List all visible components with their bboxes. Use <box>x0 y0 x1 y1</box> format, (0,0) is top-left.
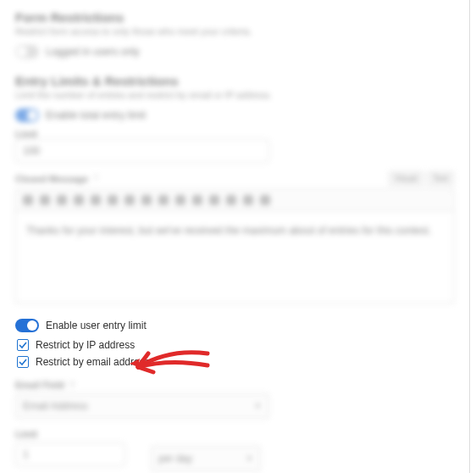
align-center-icon[interactable] <box>158 195 169 205</box>
italic-icon[interactable] <box>40 195 50 205</box>
list-ol-icon[interactable] <box>125 195 135 205</box>
bold-icon[interactable] <box>23 195 33 205</box>
total-limit-input[interactable] <box>15 139 269 163</box>
underline-icon[interactable] <box>57 195 67 205</box>
user-limit-rule-select[interactable]: per day ▼ <box>151 446 261 471</box>
more-icon[interactable] <box>260 195 270 205</box>
enable-total-toggle-label: Enable total entry limit <box>46 109 146 121</box>
quote-icon[interactable] <box>91 195 101 205</box>
user-limit-number-input[interactable] <box>15 442 125 466</box>
enable-user-entry-label: Enable user entry limit <box>46 320 147 331</box>
form-restrictions-desc: Restrict form access to only those who m… <box>15 26 454 36</box>
tab-visual[interactable]: Visual <box>389 171 423 186</box>
toggle-on-icon <box>15 109 39 122</box>
enable-user-entry-toggle-row[interactable]: Enable user entry limit <box>15 319 454 332</box>
entry-limits-desc: Limit the number of entries and restrict… <box>15 90 454 100</box>
closed-msg-label: Closed Message <box>15 174 88 184</box>
chevron-down-icon: ▼ <box>246 454 253 463</box>
toggle-off-icon <box>15 45 39 58</box>
help-icon[interactable]: ? <box>93 174 98 183</box>
checkbox-checked-icon <box>17 356 29 368</box>
email-field-select[interactable]: Email Address ▼ <box>15 393 269 419</box>
limit-label: Limit <box>15 129 454 139</box>
closed-message-editor[interactable]: Thanks for your interest, but we've rece… <box>15 210 454 303</box>
list-ul-icon[interactable] <box>108 195 118 205</box>
restrict-email-label: Restrict by email address <box>36 356 150 368</box>
checkbox-checked-icon <box>17 339 29 351</box>
strike-icon[interactable] <box>74 195 84 205</box>
entry-limits-title: Entry Limits & Restrictions <box>15 74 454 88</box>
indent-icon[interactable] <box>192 195 202 205</box>
tab-text[interactable]: Text <box>427 171 454 186</box>
enable-total-toggle-row[interactable]: Enable total entry limit <box>15 109 454 122</box>
link-icon[interactable] <box>226 195 236 205</box>
help-icon[interactable]: ? <box>67 381 75 390</box>
unlink-icon[interactable] <box>243 195 253 205</box>
form-restrictions-title: Form Restrictions <box>15 10 454 25</box>
logged-in-toggle-label: Logged in users only <box>46 46 140 58</box>
user-limit-rule-value: per day <box>158 453 192 465</box>
editor-toolbar <box>15 189 454 210</box>
logged-in-toggle-row[interactable]: Logged in users only <box>15 45 454 58</box>
align-right-icon[interactable] <box>175 195 185 205</box>
align-left-icon[interactable] <box>141 195 152 205</box>
restrict-ip-label: Restrict by IP address <box>36 339 135 351</box>
email-field-value: Email Address <box>23 400 88 412</box>
user-limit-label: Limit <box>15 429 454 439</box>
toggle-on-icon <box>15 319 39 332</box>
restrict-email-row[interactable]: Restrict by email address <box>17 356 454 368</box>
chevron-down-icon: ▼ <box>254 402 262 410</box>
outdent-icon[interactable] <box>209 195 219 205</box>
email-field-label: Email Field ? <box>15 380 454 390</box>
restrict-ip-row[interactable]: Restrict by IP address <box>17 339 454 351</box>
